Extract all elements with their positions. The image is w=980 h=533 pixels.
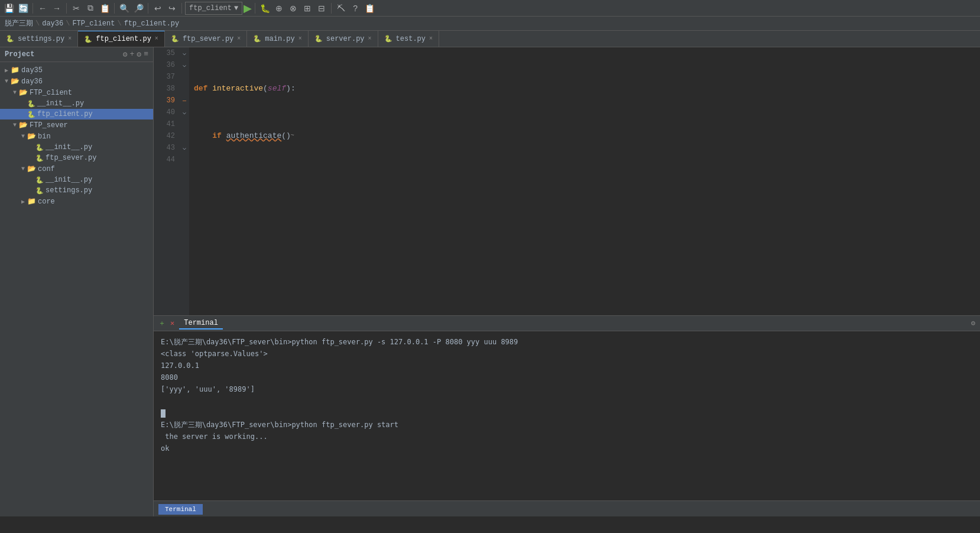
terminal-line-4: ['yyy', 'uuu', '8989'] [161, 383, 973, 395]
tab-main[interactable]: 🐍 main.py × [247, 31, 308, 47]
profile-button[interactable]: ⊗ [287, 2, 300, 15]
sidebar-gear-icon[interactable]: ⚙ [123, 50, 128, 59]
sidebar-item-ftp-sever[interactable]: ▼ 📂 FTP_sever [0, 119, 153, 131]
tab-ftp-client[interactable]: 🐍 ftp_client.py × [78, 31, 165, 47]
fold-40[interactable]: ⌵ [180, 106, 189, 118]
vcs-button[interactable]: ⛏ [335, 2, 348, 15]
tasks-button[interactable]: 📋 [363, 2, 376, 15]
code-line-37 [194, 177, 980, 189]
func-interactive: interactive [212, 83, 263, 95]
terminal-settings-icon[interactable]: ⚙ [971, 319, 975, 328]
replace-button[interactable]: 🔎 [132, 2, 145, 15]
tree-arrow-day35: ▶ [2, 67, 11, 74]
sidebar-item-conf[interactable]: ▼ 📂 conf [0, 163, 153, 175]
tree-arrow-bin: ▼ [19, 133, 27, 140]
code-lines[interactable]: def interactive(self): if authenticate()… [189, 47, 980, 315]
tab-label-main: main.py [265, 35, 294, 43]
tab-ftp-sever[interactable]: 🐍 ftp_sever.py × [165, 31, 247, 47]
toolbar: 💾 🔄 ← → ✂ ⧉ 📋 🔍 🔎 ↩ ↪ ftp_client ▼ ▶ 🐛 ⊕… [0, 0, 980, 17]
tree-label-day36: day36 [21, 77, 43, 86]
sep1 [33, 3, 33, 14]
sidebar-item-core[interactable]: ▶ 📁 core [0, 196, 153, 207]
sep3 [114, 3, 115, 14]
breadcrumb-item-3[interactable]: ftp_client.py [124, 20, 180, 28]
copy-button[interactable]: ⧉ [84, 2, 97, 15]
code-editor[interactable]: 35 36 37 38 39 40 41 42 43 44 ⌵ ⌵ — ⌵ [154, 47, 980, 315]
file-icon-init2: 🐍 [35, 144, 44, 151]
terminal-line-2: 127.0.0.1 [161, 360, 973, 372]
tab-icon-ftp-client: 🐍 [84, 35, 92, 43]
func-authenticate-36: authenticate [226, 130, 282, 142]
terminal-close-icon[interactable]: ✕ [170, 319, 174, 328]
debug-button[interactable]: 🐛 [258, 2, 271, 15]
terminal-add-icon[interactable]: ＋ [158, 318, 166, 328]
folder-icon-core: 📁 [27, 197, 36, 206]
terminal-footer-tab-terminal[interactable]: Terminal [158, 504, 203, 515]
forward-button[interactable]: → [50, 2, 63, 15]
tab-server[interactable]: 🐍 server.py × [309, 31, 378, 47]
paste-button[interactable]: 📋 [98, 2, 111, 15]
synchronize-button[interactable]: 🔄 [17, 2, 30, 15]
sidebar-sort-icon[interactable]: ≡ [144, 50, 148, 59]
paren2-35: ): [286, 83, 296, 95]
fold-38 [180, 83, 189, 95]
breadcrumb-item-0[interactable]: 脱产三期 [5, 18, 33, 28]
sidebar-item-init1[interactable]: 🐍 __init__.py [0, 98, 153, 109]
sidebar-item-init2[interactable]: 🐍 __init__.py [0, 142, 153, 153]
back-button[interactable]: ← [36, 2, 49, 15]
fold-36[interactable]: ⌵ [180, 59, 189, 71]
breadcrumb-item-2[interactable]: FTP_client [72, 20, 115, 28]
concurrency-button[interactable]: ⊞ [301, 2, 314, 15]
breadcrumb-item-1[interactable]: day36 [42, 20, 63, 28]
save-button[interactable]: 💾 [2, 2, 15, 15]
sidebar-header: Project ⚙ + ⚙ ≡ [0, 47, 153, 62]
tab-close-ftp-sever[interactable]: × [237, 36, 241, 42]
fold-37 [180, 71, 189, 83]
tab-close-server[interactable]: × [368, 36, 372, 42]
sep2 [66, 3, 67, 14]
sidebar-item-settings-py[interactable]: 🐍 settings.py [0, 185, 153, 196]
tab-test[interactable]: 🐍 test.py × [378, 31, 439, 47]
sidebar-item-ftp-client-py[interactable]: 🐍 ftp_client.py [0, 109, 153, 119]
run-button[interactable]: ▶ [244, 2, 252, 15]
sidebar-item-ftp-client[interactable]: ▼ 📂 FTP_client [0, 87, 153, 98]
tab-close-main[interactable]: × [298, 36, 302, 42]
tree-arrow-core: ▶ [19, 198, 27, 205]
fold-35[interactable]: ⌵ [180, 47, 189, 59]
tab-icon-main: 🐍 [253, 35, 261, 43]
terminal-body[interactable]: E:\脱产三期\day36\FTP_sever\bin>python ftp_s… [154, 331, 980, 500]
sidebar-item-init3[interactable]: 🐍 __init__.py [0, 175, 153, 185]
sidebar-add-icon[interactable]: + [130, 50, 135, 59]
paren-35: ( [263, 83, 268, 95]
sidebar-item-ftp-sever-py[interactable]: 🐍 ftp_sever.py [0, 153, 153, 163]
find-button[interactable]: 🔍 [118, 2, 131, 15]
apply-button[interactable]: ↪ [166, 2, 179, 15]
sidebar-item-day36[interactable]: ▼ 📂 day36 [0, 76, 153, 87]
tab-label-ftp-client: ftp_client.py [96, 35, 151, 43]
tab-settings[interactable]: 🐍 settings.py × [0, 31, 78, 47]
fold-43[interactable]: ⌵ [180, 142, 189, 154]
kw-if-36: if [212, 130, 226, 142]
sidebar-settings-icon[interactable]: ⚙ [137, 50, 141, 59]
coverage-button[interactable]: ⊕ [272, 2, 285, 15]
tab-close-test[interactable]: × [429, 36, 433, 42]
help-button[interactable]: ? [349, 2, 362, 15]
tab-close-ftp-client[interactable]: × [155, 36, 158, 42]
sidebar-item-day35[interactable]: ▶ 📁 day35 [0, 64, 153, 76]
record-button[interactable]: ⊟ [315, 2, 328, 15]
cut-button[interactable]: ✂ [70, 2, 83, 15]
run-config-dropdown[interactable]: ftp_client ▼ [185, 2, 242, 15]
file-icon-init1: 🐍 [27, 100, 35, 108]
line-num-39: 39 [158, 95, 175, 106]
terminal-tab[interactable]: Terminal [179, 318, 223, 330]
term-cursor [161, 409, 166, 418]
terminal-line-6: E:\脱产三期\day36\FTP_sever\bin>python ftp_s… [161, 419, 973, 431]
terminal-line-7: the server is working... [161, 431, 973, 442]
folder-icon-bin: 📂 [27, 132, 36, 141]
tab-close-settings[interactable]: × [68, 36, 72, 42]
folder-icon-ftp-sever: 📂 [19, 121, 28, 130]
folder-icon-day35: 📁 [11, 66, 20, 75]
sep6 [255, 3, 255, 14]
sidebar-item-bin[interactable]: ▼ 📂 bin [0, 131, 153, 142]
revert-button[interactable]: ↩ [151, 2, 164, 15]
